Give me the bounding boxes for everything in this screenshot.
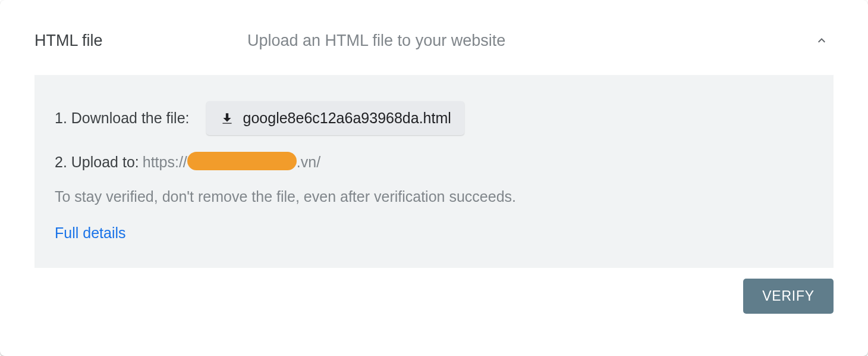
step-upload-label: 2. Upload to: (55, 154, 139, 171)
full-details-link[interactable]: Full details (55, 224, 126, 241)
instructions-panel: 1. Download the file: google8e6c12a6a939… (34, 75, 834, 268)
upload-url-suffix: .vn/ (297, 154, 320, 171)
chevron-up-icon (814, 33, 829, 48)
step-download-row: 1. Download the file: google8e6c12a6a939… (55, 101, 813, 135)
card-title: HTML file (34, 32, 247, 50)
verification-note: To stay verified, don't remove the file,… (55, 188, 813, 205)
redacted-domain (187, 152, 297, 170)
collapse-toggle[interactable] (810, 29, 834, 52)
download-file-button[interactable]: google8e6c12a6a93968da.html (206, 101, 464, 135)
upload-url-prefix: https:// (143, 154, 187, 171)
download-filename: google8e6c12a6a93968da.html (243, 110, 451, 127)
verify-row: VERIFY (0, 268, 868, 314)
verify-button[interactable]: VERIFY (743, 279, 834, 314)
step-download-label: 1. Download the file: (55, 110, 190, 127)
verification-card: HTML file Upload an HTML file to your we… (0, 0, 868, 356)
card-header: HTML file Upload an HTML file to your we… (0, 0, 868, 52)
download-icon (219, 111, 235, 126)
step-upload-row: 2. Upload to: https:// .vn/ (55, 153, 813, 171)
card-subtitle: Upload an HTML file to your website (247, 32, 810, 50)
